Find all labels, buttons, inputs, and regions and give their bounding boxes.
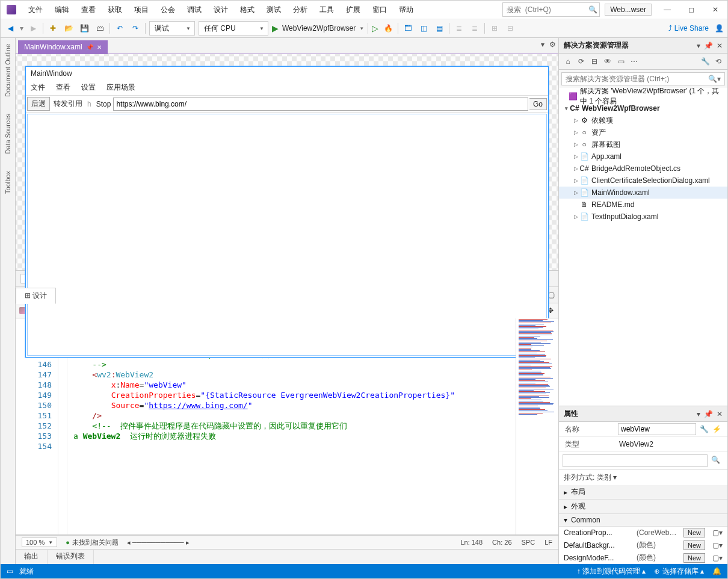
account-icon[interactable]: 👤: [715, 24, 724, 33]
solution-search[interactable]: 🔍▾: [561, 72, 725, 85]
maximize-button[interactable]: ◻: [679, 1, 703, 19]
save-all-icon[interactable]: 🗃: [94, 22, 106, 34]
live-share-button[interactable]: ⤴ Live Share: [668, 24, 709, 33]
preview-back-button[interactable]: 后退: [27, 97, 50, 111]
panel-menu-icon[interactable]: ▾: [697, 42, 700, 50]
menu-项目[interactable]: 项目: [128, 2, 155, 18]
notifications-icon[interactable]: 🔔: [712, 567, 721, 575]
tree-node[interactable]: ▷📄App.xaml: [559, 150, 727, 163]
start-target[interactable]: WebView2WpfBrowser: [282, 24, 356, 33]
sync-icon[interactable]: ⟳: [576, 56, 587, 67]
menu-分析[interactable]: 分析: [287, 2, 313, 18]
solution-tree[interactable]: 🟪解决方案 'WebView2WpfBrowser' (1 个，其中 1 个容易…: [559, 88, 727, 406]
close-tab-icon[interactable]: ✕: [97, 44, 102, 51]
menu-公会[interactable]: 公会: [155, 2, 181, 18]
hot-reload-icon[interactable]: 🔥: [382, 22, 394, 34]
prop-name-input[interactable]: [618, 423, 696, 435]
search-icon[interactable]: 🔍▾: [705, 73, 724, 85]
menu-文件[interactable]: 文件: [22, 2, 49, 18]
tool-icon-2[interactable]: ◫: [418, 22, 430, 34]
menu-测试[interactable]: 测试: [261, 2, 287, 18]
menu-查看[interactable]: 查看: [75, 2, 102, 18]
prop-row[interactable]: CreationProp...(CoreWebVi...New▢▾: [559, 527, 727, 539]
tree-node[interactable]: 🗎README.md: [559, 199, 727, 211]
show-all-icon[interactable]: 👁: [602, 56, 613, 67]
tool-icon-1[interactable]: 🗔: [402, 22, 414, 34]
nav-back-icon[interactable]: ◀: [4, 22, 16, 34]
pin-icon[interactable]: 📌: [86, 44, 93, 51]
preview-stop-button[interactable]: Stop: [94, 100, 114, 108]
open-icon[interactable]: 📂: [63, 22, 75, 34]
menu-扩展[interactable]: 扩展: [340, 2, 366, 18]
tree-node[interactable]: ▷○资产: [559, 126, 727, 138]
close-button[interactable]: ✕: [703, 1, 727, 19]
tree-node[interactable]: 🟪解决方案 'WebView2WpfBrowser' (1 个，其中 1 个容易: [559, 90, 727, 102]
undo-icon[interactable]: ↶: [114, 22, 126, 34]
menu-设计[interactable]: 设计: [208, 2, 234, 18]
prop-category[interactable]: ▾Common: [559, 514, 727, 527]
menu-帮助[interactable]: 帮助: [393, 2, 419, 18]
minimize-button[interactable]: —: [655, 1, 679, 19]
document-tab[interactable]: MainWindow.xaml📌✕: [18, 40, 108, 54]
tree-node[interactable]: ▷⚙依赖项: [559, 114, 727, 126]
minimap[interactable]: [516, 318, 558, 534]
editor-zoom[interactable]: 100 %▼: [22, 537, 57, 547]
start-noDebug-icon[interactable]: ▷: [372, 23, 378, 33]
tab-overflow-icon[interactable]: ▾: [541, 40, 544, 49]
pin-icon[interactable]: 📌: [704, 42, 713, 50]
wrench-icon[interactable]: 🔧: [700, 56, 711, 67]
tool-icon-3[interactable]: ▤: [433, 22, 445, 34]
project-pill[interactable]: Web...wser: [605, 4, 652, 16]
select-repo[interactable]: ⊕ 选择存储库 ▴: [654, 566, 704, 577]
menu-调试[interactable]: 调试: [181, 2, 208, 18]
tree-node[interactable]: ▷○屏幕截图: [559, 138, 727, 150]
save-icon[interactable]: 💾: [78, 22, 90, 34]
tree-node[interactable]: ▷📄MainWindow.xaml: [559, 187, 727, 199]
preview-url-input[interactable]: [113, 98, 528, 111]
start-play-icon[interactable]: ▶: [272, 23, 279, 33]
config-combo[interactable]: 调试▼: [149, 21, 195, 36]
home-icon[interactable]: ⌂: [563, 56, 573, 67]
side-tab[interactable]: Toolbox: [3, 169, 13, 196]
design-tab[interactable]: ⊞ 设计: [16, 288, 56, 304]
redo-icon[interactable]: ↷: [129, 22, 141, 34]
prop-row[interactable]: DefaultBackgr...(颜色)New▢▾: [559, 539, 727, 551]
prop-search-input[interactable]: [563, 454, 708, 467]
menu-窗口[interactable]: 窗口: [366, 2, 393, 18]
line-indicator[interactable]: Ln: 148: [460, 539, 483, 546]
arrange-by[interactable]: 排列方式: 类别 ▾: [559, 470, 727, 485]
platform-combo[interactable]: 任何 CPU▼: [199, 21, 268, 36]
preview-webview-canvas[interactable]: [27, 114, 547, 356]
side-tab[interactable]: Document Outline: [3, 42, 13, 99]
new-item-icon[interactable]: ✚: [47, 22, 59, 34]
menu-编辑[interactable]: 编辑: [49, 2, 75, 18]
collapse-icon[interactable]: ▢: [548, 291, 555, 299]
designer-preview-window[interactable]: MainWindow 文件查看设置应用场景 后退 转发引用 h Stop Go: [25, 66, 549, 358]
menu-获取[interactable]: 获取: [102, 2, 128, 18]
tree-node[interactable]: ▷📄ClientCertificateSelectionDialog.xaml: [559, 175, 727, 187]
close-panel-icon[interactable]: ✕: [717, 42, 723, 50]
collapse-all-icon[interactable]: ⊟: [589, 56, 600, 67]
preview-forward-button[interactable]: 转发引用: [51, 99, 85, 109]
search-icon[interactable]: 🔍: [586, 5, 599, 14]
tab-settings-icon[interactable]: ⚙: [549, 40, 556, 49]
view-icon[interactable]: ▭: [615, 56, 626, 67]
menu-格式[interactable]: 格式: [234, 2, 261, 18]
global-search[interactable]: 🔍: [502, 2, 600, 17]
col-indicator[interactable]: Ch: 26: [492, 539, 511, 546]
bottom-tab[interactable]: 错误列表: [48, 549, 94, 564]
prop-category[interactable]: ▸布局: [559, 485, 727, 500]
tree-node[interactable]: ▷C#BridgeAddRemoteObject.cs: [559, 163, 727, 175]
eol-mode[interactable]: LF: [544, 539, 552, 546]
preview-go-button[interactable]: Go: [529, 98, 547, 110]
prop-category[interactable]: ▸外观: [559, 500, 727, 514]
add-source-control[interactable]: ↑ 添加到源代码管理 ▴: [577, 566, 646, 577]
bottom-tab[interactable]: 输出: [16, 549, 48, 564]
side-tab[interactable]: Data Sources: [3, 111, 13, 156]
tree-node[interactable]: ▷📄TextInputDialog.xaml: [559, 211, 727, 223]
solution-search-input[interactable]: [562, 73, 705, 85]
prop-row[interactable]: DesignModeF...(颜色)New▢▾: [559, 551, 727, 564]
menu-工具[interactable]: 工具: [313, 2, 340, 18]
space-mode[interactable]: SPC: [522, 539, 535, 546]
global-search-input[interactable]: [503, 5, 586, 14]
